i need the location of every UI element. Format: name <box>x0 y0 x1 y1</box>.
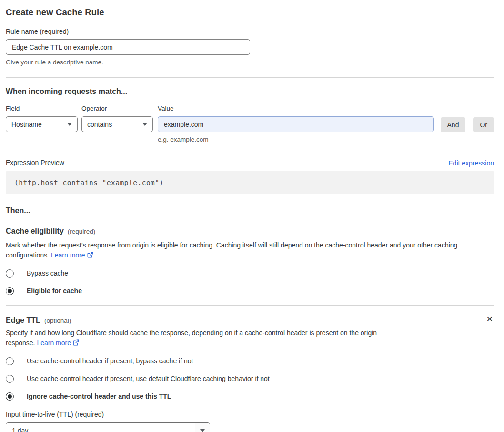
expression-preview-row: Expression Preview Edit expression <box>6 158 494 167</box>
radio-label: Bypass cache <box>27 268 68 278</box>
radio-eligible-for-cache[interactable]: Eligible for cache <box>6 286 494 296</box>
ttl-dropdown-button[interactable] <box>195 423 210 432</box>
chevron-down-icon <box>142 123 147 126</box>
operator-select[interactable]: contains <box>81 116 153 132</box>
divider <box>6 305 494 306</box>
radio-icon <box>6 357 14 365</box>
value-help: e.g. example.com <box>158 135 434 144</box>
divider <box>6 77 494 78</box>
radio-icon <box>6 269 14 278</box>
operator-select-value: contains <box>87 121 112 128</box>
radio-icon <box>6 375 14 383</box>
field-select[interactable]: Hostname <box>6 116 78 132</box>
expression-code: (http.host contains "example.com") <box>6 171 494 194</box>
cache-eligibility-header: Cache eligibility (required) <box>6 226 494 237</box>
external-link-icon <box>87 252 93 258</box>
value-label: Value <box>158 104 434 113</box>
ttl-select[interactable] <box>6 422 210 432</box>
chevron-down-icon <box>200 429 205 432</box>
radio-icon <box>6 392 14 401</box>
radio-use-header-bypass[interactable]: Use cache-control header if present, byp… <box>6 356 494 366</box>
radio-label: Ignore cache-control header and use this… <box>27 391 171 401</box>
edge-ttl-description: Specify if and how long Cloudflare shoul… <box>6 328 403 348</box>
learn-more-link[interactable]: Learn more <box>51 251 85 259</box>
ttl-label: Input time-to-live (TTL) (required) <box>6 410 494 419</box>
close-icon[interactable]: ✕ <box>485 313 494 325</box>
edge-ttl-title: Edge TTL <box>6 315 40 326</box>
value-input[interactable] <box>158 116 434 132</box>
cache-eligibility-title: Cache eligibility <box>6 226 64 237</box>
radio-icon <box>6 287 14 295</box>
chevron-down-icon <box>67 123 72 126</box>
radio-use-header-default[interactable]: Use cache-control header if present, use… <box>6 374 494 383</box>
radio-ignore-header-ttl[interactable]: Ignore cache-control header and use this… <box>6 391 494 401</box>
and-button[interactable]: And <box>441 117 466 132</box>
radio-label: Use cache-control header if present, use… <box>27 374 270 383</box>
field-label: Field <box>6 104 78 113</box>
or-button[interactable]: Or <box>473 117 494 132</box>
edge-ttl-qualifier: (optional) <box>44 317 71 324</box>
operator-label: Operator <box>81 104 153 113</box>
radio-label: Eligible for cache <box>27 286 82 296</box>
cache-eligibility-description: Mark whether the request’s response from… <box>6 240 494 260</box>
match-section-heading: When incoming requests match... <box>6 86 494 97</box>
field-select-value: Hostname <box>11 121 42 128</box>
radio-label: Use cache-control header if present, byp… <box>27 356 193 366</box>
rule-name-label: Rule name (required) <box>6 27 494 36</box>
rule-name-input[interactable] <box>6 39 250 55</box>
rule-name-help: Give your rule a descriptive name. <box>6 58 494 67</box>
learn-more-link[interactable]: Learn more <box>37 339 71 347</box>
ttl-input[interactable] <box>6 423 195 432</box>
edit-expression-link[interactable]: Edit expression <box>448 159 494 167</box>
create-cache-rule-form: Create new Cache Rule Rule name (require… <box>0 0 504 432</box>
match-row: Field Hostname Operator contains Value e… <box>6 104 494 144</box>
then-heading: Then... <box>6 206 494 216</box>
expression-preview-label: Expression Preview <box>6 158 64 167</box>
cache-eligibility-qualifier: (required) <box>68 228 96 235</box>
radio-bypass-cache[interactable]: Bypass cache <box>6 268 494 278</box>
edge-ttl-header: Edge TTL (optional) ✕ <box>6 313 494 326</box>
page-title: Create new Cache Rule <box>6 6 494 18</box>
external-link-icon <box>73 339 79 346</box>
